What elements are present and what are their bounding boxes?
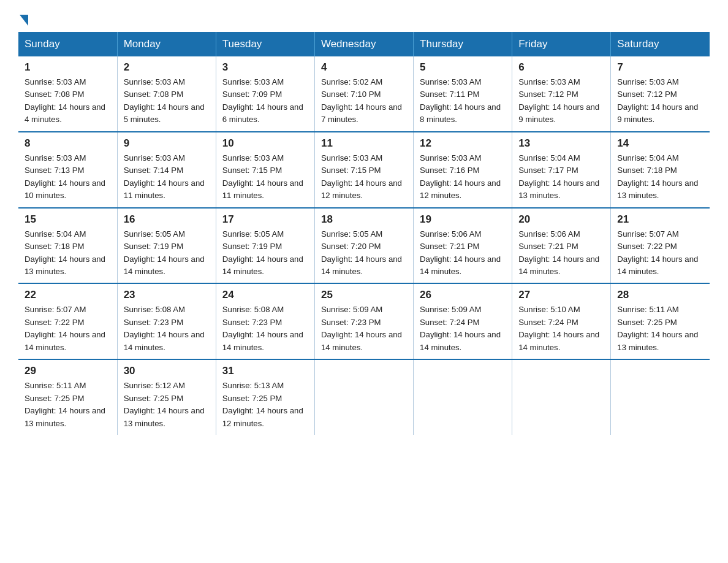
- calendar-cell: 12 Sunrise: 5:03 AM Sunset: 7:16 PM Dayl…: [414, 132, 512, 208]
- day-info: Sunrise: 5:03 AM Sunset: 7:16 PM Dayligh…: [420, 152, 506, 202]
- calendar-cell: 10 Sunrise: 5:03 AM Sunset: 7:15 PM Dayl…: [216, 132, 314, 208]
- calendar-cell: 27 Sunrise: 5:10 AM Sunset: 7:24 PM Dayl…: [512, 283, 611, 359]
- day-number: 8: [25, 137, 111, 150]
- day-info: Sunrise: 5:08 AM Sunset: 7:23 PM Dayligh…: [124, 304, 210, 354]
- calendar-cell: 14 Sunrise: 5:04 AM Sunset: 7:18 PM Dayl…: [611, 132, 710, 208]
- day-number: 14: [617, 137, 703, 150]
- logo-arrow-icon: [20, 15, 28, 26]
- day-number: 19: [420, 213, 506, 226]
- calendar-cell: [314, 359, 413, 435]
- day-info: Sunrise: 5:10 AM Sunset: 7:24 PM Dayligh…: [518, 304, 604, 354]
- day-info: Sunrise: 5:11 AM Sunset: 7:25 PM Dayligh…: [25, 380, 111, 430]
- calendar-cell: 1 Sunrise: 5:03 AM Sunset: 7:08 PM Dayli…: [18, 56, 117, 132]
- calendar-cell: 7 Sunrise: 5:03 AM Sunset: 7:12 PM Dayli…: [611, 56, 710, 132]
- day-info: Sunrise: 5:05 AM Sunset: 7:19 PM Dayligh…: [124, 228, 210, 278]
- day-number: 3: [222, 61, 308, 74]
- logo-blue-part: [18, 12, 28, 26]
- calendar-cell: 30 Sunrise: 5:12 AM Sunset: 7:25 PM Dayl…: [117, 359, 216, 435]
- week-row-1: 1 Sunrise: 5:03 AM Sunset: 7:08 PM Dayli…: [18, 56, 710, 132]
- calendar-header-row: SundayMondayTuesdayWednesdayThursdayFrid…: [18, 32, 710, 56]
- day-info: Sunrise: 5:05 AM Sunset: 7:19 PM Dayligh…: [222, 228, 308, 278]
- week-row-3: 15 Sunrise: 5:04 AM Sunset: 7:18 PM Dayl…: [18, 208, 710, 284]
- header-saturday: Saturday: [611, 32, 710, 56]
- calendar-cell: 9 Sunrise: 5:03 AM Sunset: 7:14 PM Dayli…: [117, 132, 216, 208]
- day-info: Sunrise: 5:06 AM Sunset: 7:21 PM Dayligh…: [518, 228, 604, 278]
- day-number: 7: [617, 61, 703, 74]
- day-info: Sunrise: 5:11 AM Sunset: 7:25 PM Dayligh…: [617, 304, 703, 354]
- calendar-cell: 20 Sunrise: 5:06 AM Sunset: 7:21 PM Dayl…: [512, 208, 611, 284]
- day-info: Sunrise: 5:06 AM Sunset: 7:21 PM Dayligh…: [420, 228, 506, 278]
- calendar-cell: 16 Sunrise: 5:05 AM Sunset: 7:19 PM Dayl…: [117, 208, 216, 284]
- calendar-cell: 26 Sunrise: 5:09 AM Sunset: 7:24 PM Dayl…: [414, 283, 512, 359]
- day-number: 4: [321, 61, 407, 74]
- day-info: Sunrise: 5:03 AM Sunset: 7:13 PM Dayligh…: [25, 152, 111, 202]
- calendar-table: SundayMondayTuesdayWednesdayThursdayFrid…: [18, 32, 710, 435]
- calendar-cell: 2 Sunrise: 5:03 AM Sunset: 7:08 PM Dayli…: [117, 56, 216, 132]
- day-info: Sunrise: 5:03 AM Sunset: 7:09 PM Dayligh…: [222, 76, 308, 126]
- day-info: Sunrise: 5:09 AM Sunset: 7:24 PM Dayligh…: [420, 304, 506, 354]
- day-info: Sunrise: 5:07 AM Sunset: 7:22 PM Dayligh…: [617, 228, 703, 278]
- calendar-cell: [611, 359, 710, 435]
- calendar-cell: 25 Sunrise: 5:09 AM Sunset: 7:23 PM Dayl…: [314, 283, 413, 359]
- day-info: Sunrise: 5:04 AM Sunset: 7:18 PM Dayligh…: [617, 152, 703, 202]
- calendar-cell: 17 Sunrise: 5:05 AM Sunset: 7:19 PM Dayl…: [216, 208, 314, 284]
- week-row-2: 8 Sunrise: 5:03 AM Sunset: 7:13 PM Dayli…: [18, 132, 710, 208]
- day-info: Sunrise: 5:04 AM Sunset: 7:18 PM Dayligh…: [25, 228, 111, 278]
- day-info: Sunrise: 5:12 AM Sunset: 7:25 PM Dayligh…: [124, 380, 210, 430]
- calendar-cell: 5 Sunrise: 5:03 AM Sunset: 7:11 PM Dayli…: [414, 56, 512, 132]
- logo: [18, 12, 28, 26]
- day-info: Sunrise: 5:05 AM Sunset: 7:20 PM Dayligh…: [321, 228, 407, 278]
- day-number: 29: [25, 365, 111, 377]
- calendar-cell: 23 Sunrise: 5:08 AM Sunset: 7:23 PM Dayl…: [117, 283, 216, 359]
- calendar-cell: 6 Sunrise: 5:03 AM Sunset: 7:12 PM Dayli…: [512, 56, 611, 132]
- day-number: 16: [124, 213, 210, 226]
- day-info: Sunrise: 5:13 AM Sunset: 7:25 PM Dayligh…: [222, 380, 308, 430]
- calendar-cell: 24 Sunrise: 5:08 AM Sunset: 7:23 PM Dayl…: [216, 283, 314, 359]
- day-info: Sunrise: 5:03 AM Sunset: 7:15 PM Dayligh…: [222, 152, 308, 202]
- calendar-cell: 31 Sunrise: 5:13 AM Sunset: 7:25 PM Dayl…: [216, 359, 314, 435]
- day-number: 30: [124, 365, 210, 377]
- day-number: 21: [617, 213, 703, 226]
- day-number: 11: [321, 137, 407, 150]
- calendar-cell: 19 Sunrise: 5:06 AM Sunset: 7:21 PM Dayl…: [414, 208, 512, 284]
- day-info: Sunrise: 5:03 AM Sunset: 7:08 PM Dayligh…: [25, 76, 111, 126]
- day-number: 26: [420, 289, 506, 301]
- day-number: 12: [420, 137, 506, 150]
- day-info: Sunrise: 5:09 AM Sunset: 7:23 PM Dayligh…: [321, 304, 407, 354]
- day-info: Sunrise: 5:04 AM Sunset: 7:17 PM Dayligh…: [518, 152, 604, 202]
- day-info: Sunrise: 5:03 AM Sunset: 7:12 PM Dayligh…: [617, 76, 703, 126]
- day-number: 13: [518, 137, 604, 150]
- day-number: 17: [222, 213, 308, 226]
- day-number: 18: [321, 213, 407, 226]
- week-row-5: 29 Sunrise: 5:11 AM Sunset: 7:25 PM Dayl…: [18, 359, 710, 435]
- day-number: 1: [25, 61, 111, 74]
- calendar-cell: 3 Sunrise: 5:03 AM Sunset: 7:09 PM Dayli…: [216, 56, 314, 132]
- day-number: 15: [25, 213, 111, 226]
- header-wednesday: Wednesday: [314, 32, 413, 56]
- header-thursday: Thursday: [414, 32, 512, 56]
- day-number: 27: [518, 289, 604, 301]
- calendar-cell: 15 Sunrise: 5:04 AM Sunset: 7:18 PM Dayl…: [18, 208, 117, 284]
- calendar-cell: [414, 359, 512, 435]
- week-row-4: 22 Sunrise: 5:07 AM Sunset: 7:22 PM Dayl…: [18, 283, 710, 359]
- day-number: 28: [617, 289, 703, 301]
- calendar-cell: 11 Sunrise: 5:03 AM Sunset: 7:15 PM Dayl…: [314, 132, 413, 208]
- day-number: 22: [25, 289, 111, 301]
- day-number: 31: [222, 365, 308, 377]
- page-header: [18, 12, 710, 26]
- day-info: Sunrise: 5:03 AM Sunset: 7:15 PM Dayligh…: [321, 152, 407, 202]
- day-number: 2: [124, 61, 210, 74]
- calendar-cell: 13 Sunrise: 5:04 AM Sunset: 7:17 PM Dayl…: [512, 132, 611, 208]
- header-tuesday: Tuesday: [216, 32, 314, 56]
- day-info: Sunrise: 5:03 AM Sunset: 7:12 PM Dayligh…: [518, 76, 604, 126]
- day-number: 23: [124, 289, 210, 301]
- day-info: Sunrise: 5:03 AM Sunset: 7:08 PM Dayligh…: [124, 76, 210, 126]
- day-info: Sunrise: 5:03 AM Sunset: 7:11 PM Dayligh…: [420, 76, 506, 126]
- day-number: 6: [518, 61, 604, 74]
- calendar-cell: 21 Sunrise: 5:07 AM Sunset: 7:22 PM Dayl…: [611, 208, 710, 284]
- day-info: Sunrise: 5:07 AM Sunset: 7:22 PM Dayligh…: [25, 304, 111, 354]
- calendar-cell: 22 Sunrise: 5:07 AM Sunset: 7:22 PM Dayl…: [18, 283, 117, 359]
- day-info: Sunrise: 5:08 AM Sunset: 7:23 PM Dayligh…: [222, 304, 308, 354]
- day-number: 25: [321, 289, 407, 301]
- calendar-cell: 8 Sunrise: 5:03 AM Sunset: 7:13 PM Dayli…: [18, 132, 117, 208]
